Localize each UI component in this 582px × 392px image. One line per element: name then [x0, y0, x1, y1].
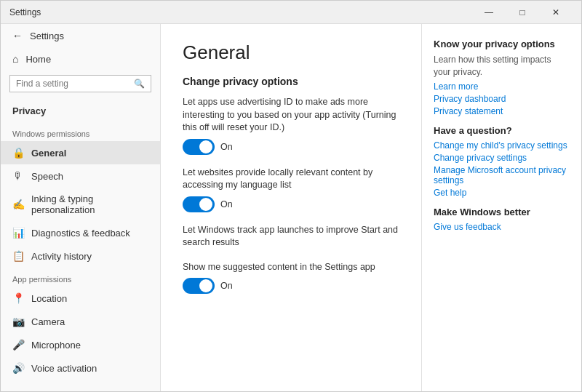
- privacy-section-label: Privacy: [1, 100, 160, 122]
- rp-privacy-options-text: Learn how this setting impacts your priv…: [434, 54, 570, 79]
- section-title: Change privacy options: [183, 76, 399, 87]
- setting-tracking: Let Windows track app launches to improv…: [183, 224, 399, 249]
- sidebar-item-camera[interactable]: 📷 Camera: [1, 310, 160, 333]
- right-panel: Know your privacy options Learn how this…: [421, 24, 581, 391]
- settings-window: Settings — □ ✕ ← Settings ⌂ Home 🔍 Priva…: [0, 0, 582, 392]
- page-title: General: [183, 41, 399, 64]
- setting-suggested: Show me suggested content in the Setting…: [183, 261, 399, 295]
- microphone-icon: 🎤: [12, 339, 24, 351]
- sidebar-item-label: Speech: [31, 171, 63, 182]
- sidebar-item-inking[interactable]: ✍ Inking & typing personalization: [1, 188, 160, 221]
- rp-better-title: Make Windows better: [434, 207, 570, 217]
- rp-link-privacy-dashboard[interactable]: Privacy dashboard: [434, 94, 570, 104]
- speech-icon: 🎙: [12, 170, 24, 182]
- rp-privacy-options-title: Know your privacy options: [434, 39, 570, 49]
- sidebar-item-label: Microphone: [31, 340, 81, 351]
- main-panel: General Change privacy options Let apps …: [161, 24, 421, 391]
- minimize-button[interactable]: —: [472, 1, 506, 24]
- rp-link-manage-account[interactable]: Manage Microsoft account privacy setting…: [434, 165, 570, 185]
- back-button[interactable]: ← Settings: [1, 24, 160, 47]
- sidebar-item-microphone[interactable]: 🎤 Microphone: [1, 333, 160, 356]
- toggle-advertising[interactable]: [183, 139, 215, 155]
- back-arrow-icon: ←: [12, 30, 23, 41]
- sidebar-item-label: General: [31, 148, 66, 159]
- location-icon: 📍: [12, 292, 24, 304]
- search-input[interactable]: [16, 79, 134, 89]
- setting-desc-language: Let websites provide locally relevant co…: [183, 167, 399, 192]
- rp-link-learn-more[interactable]: Learn more: [434, 81, 570, 92]
- toggle-knob-advertising: [199, 140, 212, 153]
- toggle-label-advertising: On: [220, 142, 233, 152]
- main-content: ← Settings ⌂ Home 🔍 Privacy Windows perm…: [1, 24, 581, 391]
- voice-icon: 🔊: [12, 362, 24, 374]
- rp-link-feedback[interactable]: Give us feedback: [434, 222, 570, 232]
- rp-link-childs-privacy[interactable]: Change my child's privacy settings: [434, 140, 570, 151]
- diagnostics-icon: 📊: [12, 227, 24, 239]
- toggle-language[interactable]: [183, 196, 215, 212]
- setting-desc-tracking: Let Windows track app launches to improv…: [183, 224, 399, 249]
- setting-advertising: Let apps use advertising ID to make ads …: [183, 96, 399, 155]
- sidebar-item-location[interactable]: 📍 Location: [1, 287, 160, 310]
- toggle-knob-suggested: [199, 279, 212, 292]
- sidebar: ← Settings ⌂ Home 🔍 Privacy Windows perm…: [1, 24, 161, 391]
- toggle-knob-language: [199, 198, 212, 211]
- sidebar-item-general[interactable]: 🔒 General: [1, 141, 160, 164]
- sidebar-item-label: Activity history: [31, 251, 92, 262]
- toggle-row-language: On: [183, 196, 399, 212]
- sidebar-item-diagnostics[interactable]: 📊 Diagnostics & feedback: [1, 221, 160, 244]
- app-permissions-label: App permissions: [1, 268, 160, 287]
- close-button[interactable]: ✕: [539, 1, 573, 24]
- rp-question-title: Have a question?: [434, 125, 570, 136]
- search-box[interactable]: 🔍: [9, 75, 151, 92]
- toggle-row-advertising: On: [183, 139, 399, 155]
- inking-icon: ✍: [12, 199, 24, 210]
- toggle-label-language: On: [220, 199, 233, 209]
- titlebar: Settings — □ ✕: [1, 1, 581, 24]
- sidebar-item-activity[interactable]: 📋 Activity history: [1, 244, 160, 268]
- back-label: Settings: [30, 31, 64, 41]
- activity-icon: 📋: [12, 250, 24, 262]
- sidebar-item-label: Camera: [31, 316, 65, 327]
- toggle-suggested[interactable]: [183, 278, 215, 294]
- setting-desc-suggested: Show me suggested content in the Setting…: [183, 261, 399, 274]
- sidebar-item-voice[interactable]: 🔊 Voice activation: [1, 356, 160, 380]
- home-icon: ⌂: [12, 53, 18, 65]
- sidebar-item-speech[interactable]: 🎙 Speech: [1, 164, 160, 188]
- rp-link-privacy-statement[interactable]: Privacy statement: [434, 106, 570, 116]
- general-icon: 🔒: [12, 147, 24, 159]
- window-title: Settings: [9, 7, 472, 17]
- setting-language: Let websites provide locally relevant co…: [183, 167, 399, 212]
- camera-icon: 📷: [12, 316, 24, 327]
- sidebar-item-label: Location: [31, 293, 67, 304]
- windows-permissions-label: Windows permissions: [1, 122, 160, 141]
- maximize-button[interactable]: □: [506, 1, 539, 24]
- home-nav-item[interactable]: ⌂ Home: [1, 47, 160, 71]
- toggle-row-suggested: On: [183, 278, 399, 294]
- setting-desc-advertising: Let apps use advertising ID to make ads …: [183, 96, 399, 135]
- rp-link-change-privacy[interactable]: Change privacy settings: [434, 153, 570, 163]
- sidebar-item-label: Voice activation: [31, 363, 97, 374]
- home-label: Home: [25, 54, 51, 65]
- rp-link-get-help[interactable]: Get help: [434, 188, 570, 198]
- search-icon: 🔍: [134, 79, 145, 89]
- sidebar-item-label: Diagnostics & feedback: [31, 228, 130, 239]
- sidebar-item-label: Inking & typing personalization: [31, 193, 148, 215]
- window-controls: — □ ✕: [472, 1, 573, 24]
- toggle-label-suggested: On: [220, 281, 233, 291]
